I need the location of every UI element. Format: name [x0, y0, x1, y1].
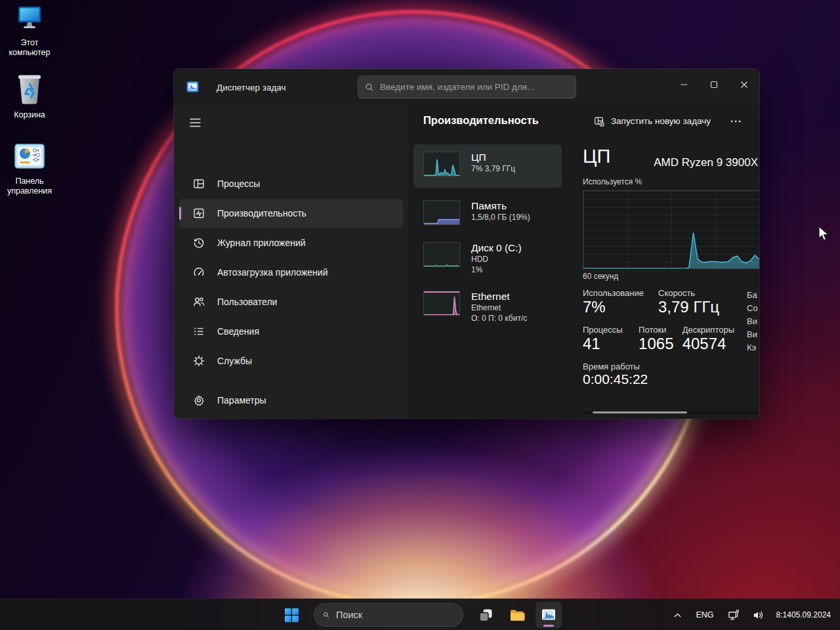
card-subtitle: Ethernet: [471, 303, 562, 313]
desktop-icon-this-pc[interactable]: Этот компьютер: [1, 4, 58, 58]
taskbar-search[interactable]: [314, 603, 463, 627]
card-title: Ethernet: [471, 290, 562, 303]
sidebar-item-label: Производительность: [217, 208, 306, 219]
clipped-label: Ви: [747, 315, 759, 328]
card-subtitle2: О: 0 П: 0 кбит/с: [471, 313, 562, 324]
card-title: Память: [471, 200, 562, 212]
perf-card-memory[interactable]: Память 1,5/8,0 ГБ (19%): [413, 193, 562, 231]
content-area: Производительность Запустить новую задач…: [408, 105, 759, 419]
page-title: Производительность: [423, 114, 539, 127]
performance-icon: [192, 207, 205, 220]
horizontal-scrollbar[interactable]: [583, 411, 758, 413]
perf-card-ethernet[interactable]: Ethernet Ethernet О: 0 П: 0 кбит/с: [413, 284, 562, 328]
this-pc-icon: [14, 4, 45, 35]
stat-label: Использование: [583, 288, 658, 298]
taskbar-search-input[interactable]: [336, 610, 459, 620]
card-subtitle: HDD: [471, 254, 562, 264]
clipped-stat-labels: Ба Со Ви Ви Кэ: [747, 289, 759, 354]
sidebar-item-label: Сведения: [217, 326, 259, 337]
maximize-icon: [710, 81, 718, 89]
users-icon: [192, 295, 205, 308]
desktop-icon-label: Панель управления: [1, 177, 58, 196]
active-app-indicator: [543, 625, 554, 627]
stat-label: Процессы: [583, 325, 639, 335]
chevron-up-icon: [673, 610, 682, 620]
sidebar-item-services[interactable]: Службы: [179, 346, 403, 375]
chart-y-label: Используется %: [583, 177, 642, 186]
stat-threads: Потоки 1065: [639, 325, 682, 353]
sidebar-item-performance[interactable]: Производительность: [179, 199, 403, 228]
startup-apps-icon: [192, 266, 205, 279]
content-header: Производительность Запустить новую задач…: [408, 105, 759, 136]
hamburger-icon: [190, 118, 201, 127]
gear-icon: [192, 394, 205, 407]
sidebar-item-settings[interactable]: Параметры: [179, 386, 403, 415]
perf-card-disk[interactable]: Диск 0 (C:) HDD 1%: [413, 235, 562, 280]
taskbar-clock[interactable]: 8:14 05.09.2024: [772, 602, 833, 627]
sidebar-item-startup-apps[interactable]: Автозагрузка приложений: [179, 258, 403, 287]
clock-time: 8:14: [776, 610, 791, 620]
titlebar: Диспетчер задач: [174, 69, 759, 105]
desktop-icon-recycle-bin[interactable]: Корзина: [1, 72, 58, 120]
more-options-icon: ···: [730, 116, 742, 127]
mouse-cursor: [818, 226, 831, 244]
stat-label: Скорость: [658, 288, 744, 298]
task-view-icon: [478, 607, 494, 623]
stat-label: Время работы: [583, 362, 759, 371]
desktop: Этот компьютер Корзина: [0, 0, 840, 630]
new-task-icon: [593, 116, 605, 127]
sidebar-item-label: Процессы: [217, 178, 260, 189]
network-tray-button[interactable]: [724, 602, 744, 627]
task-view-button[interactable]: [472, 602, 499, 628]
services-icon: [192, 354, 205, 368]
details-icon: [192, 325, 205, 338]
sidebar-item-details[interactable]: Сведения: [179, 317, 403, 346]
sidebar-item-users[interactable]: Пользователи: [179, 287, 403, 316]
perf-card-cpu[interactable]: ЦП 7% 3,79 ГГц: [413, 144, 562, 188]
windows-logo-icon: [284, 607, 300, 623]
app-history-icon: [192, 236, 205, 249]
file-explorer-button[interactable]: [504, 602, 530, 628]
sidebar: Процессы Производительность Журнал пр: [174, 105, 408, 419]
selected-indicator: [179, 207, 181, 220]
task-manager-icon: [540, 606, 557, 623]
scrollbar-thumb[interactable]: [593, 411, 687, 413]
sidebar-item-label: Службы: [217, 356, 252, 366]
stat-uptime: Время работы 0:00:45:22: [583, 362, 759, 387]
stat-processes: Процессы 41: [583, 325, 639, 353]
clipped-label: Ба: [747, 289, 759, 302]
stat-usage: Использование 7%: [583, 288, 658, 316]
new-task-button[interactable]: Запустить новую задачу: [587, 111, 717, 131]
language-label: ENG: [696, 610, 713, 620]
maximize-button[interactable]: [699, 69, 729, 100]
minimize-icon: [680, 81, 688, 89]
start-button[interactable]: [278, 602, 304, 628]
language-indicator[interactable]: ENG: [690, 602, 719, 627]
sidebar-nav: Процессы Производительность Журнал пр: [179, 169, 403, 376]
tray-chevron-button[interactable]: [669, 602, 686, 627]
cpu-panel-title: ЦП: [583, 146, 610, 167]
volume-tray-button[interactable]: [748, 602, 768, 627]
more-options-button[interactable]: ···: [725, 111, 747, 131]
card-subtitle2: 1%: [471, 264, 562, 275]
task-manager-taskbar-button[interactable]: [536, 602, 562, 628]
taskmanager-window: Диспетчер задач: [174, 69, 759, 419]
recycle-bin-icon: [15, 72, 44, 108]
clipped-label: Со: [747, 302, 759, 315]
sidebar-item-label: Автозагрузка приложений: [217, 267, 328, 278]
close-button[interactable]: [729, 69, 759, 100]
hamburger-menu-button[interactable]: [185, 113, 205, 133]
card-title: Диск 0 (C:): [471, 242, 562, 254]
performance-cards: ЦП 7% 3,79 ГГц Память 1,5/8,0 ГБ (19%): [408, 136, 578, 419]
sidebar-item-processes[interactable]: Процессы: [179, 169, 403, 198]
titlebar-search[interactable]: [358, 75, 576, 98]
search-input[interactable]: [380, 82, 569, 92]
close-icon: [740, 81, 748, 89]
minimize-button[interactable]: [669, 69, 699, 100]
folder-icon: [509, 606, 526, 624]
sidebar-item-app-history[interactable]: Журнал приложений: [179, 228, 403, 257]
window-title: Диспетчер задач: [217, 83, 286, 93]
card-title: ЦП: [471, 151, 562, 163]
desktop-icon-control-panel[interactable]: Панель управления: [1, 141, 58, 196]
cpu-usage-chart: [583, 190, 759, 269]
